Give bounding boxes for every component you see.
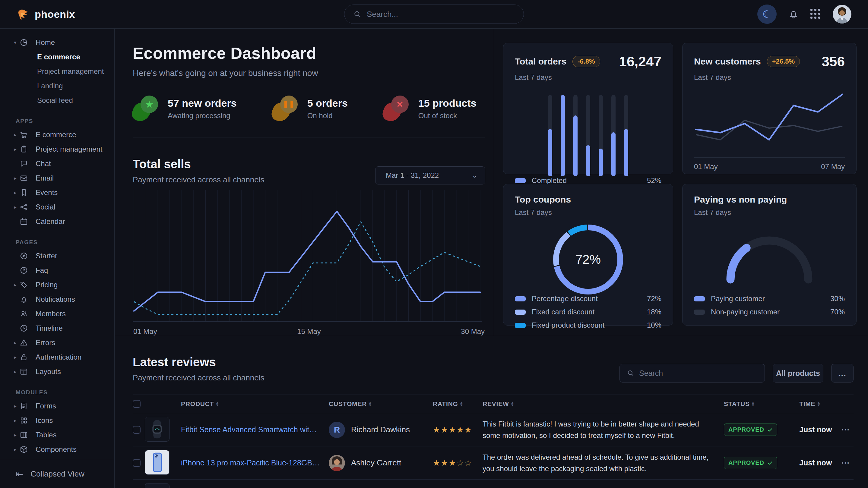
sidebar-section-label: PAGES — [16, 239, 114, 246]
sidebar-item-email[interactable]: ▸Email — [0, 171, 114, 185]
dark-mode-toggle[interactable]: ☾ — [757, 4, 777, 24]
legend-value: 18% — [647, 308, 661, 316]
sidebar-item-e-commerce[interactable]: ▸E commerce — [0, 128, 114, 142]
bell-icon — [788, 9, 799, 20]
sidebar-item-authentication[interactable]: ▸Authentication — [0, 350, 114, 364]
sidebar-item-tables[interactable]: ▸Tables — [0, 428, 114, 442]
sidebar: ▾ Home E commerceProject managementLandi… — [0, 29, 115, 488]
sidebar-item-label: Members — [36, 310, 66, 318]
sidebar-item-notifications[interactable]: Notifications — [0, 292, 114, 306]
reviews-more-button[interactable]: ... — [831, 364, 854, 383]
apps-grid-button[interactable] — [810, 9, 821, 20]
card-title: Paying vs non paying — [694, 194, 787, 205]
sidebar-item-events[interactable]: ▸Events — [0, 185, 114, 200]
row-checkbox[interactable] — [133, 426, 141, 434]
column-status[interactable]: STATUS — [724, 400, 750, 408]
column-rating[interactable]: RATING — [433, 400, 458, 408]
sidebar-item-starter[interactable]: Starter — [0, 249, 114, 263]
sidebar-item-label: Chat — [36, 159, 51, 168]
bell-icon — [19, 295, 30, 304]
global-search[interactable] — [344, 4, 524, 24]
legend-swatch — [694, 310, 705, 315]
card-title: New customers — [694, 56, 761, 67]
grid-icon — [19, 416, 30, 425]
donut-center-value: 72% — [576, 252, 601, 267]
row-checkbox[interactable] — [133, 459, 141, 467]
product-thumbnail[interactable] — [145, 483, 169, 488]
customer-name: Richard Dawkins — [351, 425, 410, 434]
sidebar-item-social[interactable]: ▸Social — [0, 200, 114, 214]
sidebar-item-icons[interactable]: ▸Icons — [0, 413, 114, 428]
order-bar — [599, 95, 603, 176]
top-coupons-card: Top coupons Last 7 days 72% Percentage d… — [503, 184, 673, 326]
column-time[interactable]: TIME — [799, 400, 815, 408]
product-thumbnail[interactable] — [145, 450, 169, 475]
main-content: Ecommerce Dashboard Here's what's going … — [115, 29, 868, 488]
stat-value: 5 orders — [307, 97, 348, 109]
sidebar-item-components[interactable]: ▸Components — [0, 442, 114, 457]
row-menu-button[interactable]: ... — [841, 423, 854, 432]
legend-row: Percentage discount72% — [515, 294, 661, 303]
product-thumbnail[interactable] — [145, 417, 169, 442]
sidebar-item-pricing[interactable]: ▸Pricing — [0, 278, 114, 292]
sidebar-item-layouts[interactable]: ▸Layouts — [0, 364, 114, 379]
total-orders-card: Total orders -6.8% 16,247 Last 7 days Co… — [503, 43, 673, 174]
sidebar-item-chat[interactable]: Chat — [0, 157, 114, 171]
sidebar-item-members[interactable]: Members — [0, 306, 114, 321]
sidebar-item-label: Notifications — [36, 295, 75, 303]
moon-icon: ☾ — [763, 8, 772, 20]
user-avatar[interactable] — [833, 5, 851, 24]
new-customers-card: New customers +26.5% 356 Last 7 days 01 … — [682, 43, 857, 174]
brand-logo[interactable]: phoenix — [17, 7, 75, 21]
sidebar-subitem-e-commerce[interactable]: E commerce — [0, 50, 114, 64]
latest-reviews-section: Latest reviews Payment received across a… — [115, 336, 868, 488]
row-menu-button[interactable]: ... — [841, 456, 854, 466]
product-link[interactable]: iPhone 13 pro max-Pacific Blue-128GB sto… — [181, 458, 329, 467]
users-icon — [19, 309, 30, 318]
column-review[interactable]: REVIEW — [483, 400, 509, 408]
collapse-arrow-icon: ⇤ — [16, 469, 23, 479]
sidebar-subitem-social-feed[interactable]: Social feed — [0, 93, 114, 108]
sidebar-item-forms[interactable]: ▸Forms — [0, 399, 114, 413]
status-badge: APPROVED — [724, 457, 777, 469]
sidebar-item-label: Icons — [36, 416, 53, 425]
column-customer[interactable]: CUSTOMER — [329, 400, 367, 408]
sidebar-subitem-landing[interactable]: Landing — [0, 79, 114, 93]
top-coupons-donut-chart: 72% — [553, 225, 623, 294]
all-products-button[interactable]: All products — [773, 364, 824, 383]
sidebar-subitem-project-management[interactable]: Project management — [0, 64, 114, 79]
collapsed-view-toggle[interactable]: ⇤ Collapsed View — [0, 460, 114, 488]
page-subtitle: Here's what's going on at your business … — [133, 68, 485, 78]
sidebar-item-errors[interactable]: ▸Errors — [0, 335, 114, 350]
chevron-right-icon: ▸ — [14, 175, 19, 182]
reviews-table: PRODUCT▴▾ CUSTOMER▴▾ RATING▴▾ REVIEW▴▾ S… — [133, 395, 854, 488]
legend-label: Fixed card discount — [532, 308, 594, 316]
select-all-checkbox[interactable] — [133, 400, 141, 408]
reviews-search[interactable] — [619, 364, 765, 383]
sidebar-item-label: Email — [36, 174, 54, 182]
question-icon — [19, 266, 30, 275]
sidebar-item-calendar[interactable]: Calendar — [0, 214, 114, 229]
legend-swatch — [515, 296, 526, 301]
dashboard-left-column: Ecommerce Dashboard Here's what's going … — [115, 29, 494, 336]
box-icon — [19, 445, 30, 454]
reviews-table-header: PRODUCT▴▾ CUSTOMER▴▾ RATING▴▾ REVIEW▴▾ S… — [133, 395, 854, 413]
total-sells-title: Total sells — [133, 157, 264, 171]
sidebar-item-label: Forms — [36, 402, 56, 410]
column-product[interactable]: PRODUCT — [181, 400, 214, 408]
legend-swatch — [694, 296, 705, 301]
notifications-bell-button[interactable] — [788, 9, 799, 20]
sidebar-item-faq[interactable]: Faq — [0, 263, 114, 278]
reviews-search-input[interactable] — [639, 369, 757, 378]
product-link[interactable]: Fitbit Sense Advanced Smartwatch with To… — [181, 425, 329, 434]
legend-label: Percentage discount — [532, 294, 598, 303]
status-badge: APPROVED — [724, 423, 777, 436]
order-bar — [586, 95, 590, 176]
sidebar-item-project-management[interactable]: ▸Project management — [0, 142, 114, 157]
sidebar-item-timeline[interactable]: Timeline — [0, 321, 114, 335]
date-range-select[interactable]: Mar 1 - 31, 2022 ⌄ — [375, 166, 485, 185]
quick-stats: ★57 new ordersAwating processing❚❚5 orde… — [133, 96, 485, 122]
sidebar-item-home[interactable]: ▾ Home — [0, 35, 114, 50]
review-text: This Fitbit is fantastic! I was trying t… — [483, 418, 724, 441]
search-input[interactable] — [367, 10, 515, 19]
